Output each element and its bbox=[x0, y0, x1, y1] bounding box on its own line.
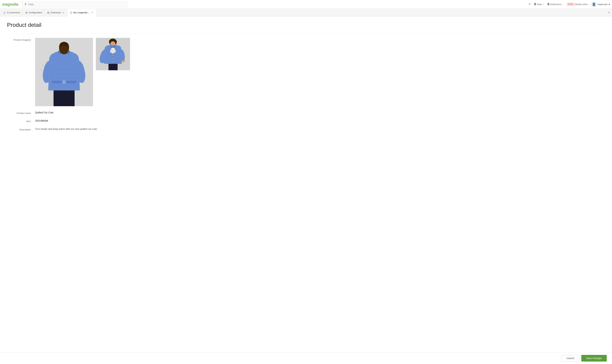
description-value: Turn heads and keep warm with our new qu… bbox=[35, 128, 165, 130]
svg-rect-18 bbox=[62, 80, 66, 84]
env-section: PROD Mobify Author bbox=[567, 3, 588, 6]
svg-point-41 bbox=[111, 41, 115, 46]
sku-label: SKU bbox=[7, 119, 35, 123]
search-input[interactable] bbox=[28, 3, 125, 6]
user-name: superuser bbox=[598, 3, 608, 6]
grid-icon[interactable]: ⠿ bbox=[529, 3, 531, 6]
user-icon: 👤 bbox=[591, 2, 596, 7]
images-label: Product image(s) bbox=[7, 38, 35, 41]
tabs-close-all-icon[interactable]: ✕ bbox=[608, 11, 611, 14]
tab-configuration[interactable]: ⚙ Configuration bbox=[23, 9, 45, 16]
topbar: magnolia 🎙 ⠿ 0 Tasks ▾ 0 Notifications ▾… bbox=[0, 0, 612, 9]
product-images-row: Product image(s) bbox=[7, 38, 165, 106]
form-section: Product image(s) bbox=[7, 38, 165, 131]
product-name-value: Quilted Car Coat bbox=[35, 111, 165, 114]
sku-value: 25518983M bbox=[35, 119, 165, 122]
tab-configuration-label: Configuration bbox=[28, 11, 42, 14]
notifications-label: Notifications bbox=[550, 3, 561, 6]
notifications-button[interactable]: 0 Notifications ▾ bbox=[548, 2, 563, 6]
page-title: Product detail bbox=[7, 22, 605, 28]
images-value bbox=[35, 38, 165, 106]
product-name-row: Product name Quilted Car Coat bbox=[7, 111, 165, 115]
microphone-icon: 🎙 bbox=[24, 3, 27, 6]
tab-outerwear[interactable]: ⊞ Outerwear ✕ bbox=[45, 9, 68, 16]
description-row: Description Turn heads and keep warm wit… bbox=[7, 128, 165, 131]
tab-sfcc-magnolia[interactable]: ◻ sfcc-magnolia-... ✕ bbox=[68, 9, 96, 16]
logo: magnolia bbox=[2, 2, 18, 7]
tasks-label: Tasks bbox=[537, 3, 542, 6]
tab-ecommerce-label: E-commerce bbox=[7, 11, 20, 14]
logo-text: magnolia bbox=[2, 2, 18, 7]
tabs-bar: 🛒 E-commerce ⚙ Configuration ⊞ Outerwear… bbox=[0, 9, 612, 16]
tab-outerwear-label: Outerwear bbox=[50, 11, 61, 14]
tasks-button[interactable]: 0 Tasks ▾ bbox=[534, 2, 544, 6]
topbar-right: ⠿ 0 Tasks ▾ 0 Notifications ▾ PROD Mobif… bbox=[529, 2, 610, 7]
user-chevron-icon: ▾ bbox=[609, 3, 610, 6]
svg-rect-1 bbox=[54, 89, 75, 106]
product-image-main[interactable] bbox=[35, 38, 93, 106]
svg-point-39 bbox=[122, 60, 125, 62]
tasks-chevron-icon: ▾ bbox=[543, 3, 544, 5]
tasks-count: 0 bbox=[534, 2, 536, 6]
tab-sfcc-label: sfcc-magnolia-... bbox=[73, 11, 90, 14]
sku-row: SKU 25518983M bbox=[7, 119, 165, 123]
notifications-chevron-icon: ▾ bbox=[562, 3, 563, 5]
author-label: Mobify Author bbox=[575, 3, 588, 6]
product-image-thumb[interactable] bbox=[96, 38, 130, 70]
ecommerce-icon: 🛒 bbox=[3, 11, 6, 14]
thumb-coat-svg bbox=[96, 38, 130, 70]
page-divider bbox=[7, 33, 605, 34]
configuration-icon: ⚙ bbox=[25, 11, 28, 14]
main-coat-svg bbox=[35, 38, 93, 106]
images-container bbox=[35, 38, 165, 106]
tab-ecommerce[interactable]: 🛒 E-commerce bbox=[1, 9, 23, 16]
outerwear-icon: ⊞ bbox=[47, 11, 49, 14]
description-label: Description bbox=[7, 128, 35, 131]
user-menu-button[interactable]: 👤 superuser ▾ bbox=[591, 2, 610, 7]
notifications-count: 0 bbox=[548, 2, 549, 6]
svg-point-29 bbox=[112, 61, 113, 62]
search-bar[interactable]: 🎙 bbox=[22, 1, 127, 7]
sfcc-icon: ◻ bbox=[70, 11, 72, 14]
prod-badge: PROD bbox=[567, 3, 574, 6]
sfcc-close-icon[interactable]: ✕ bbox=[91, 11, 94, 14]
outerwear-close-icon[interactable]: ✕ bbox=[62, 11, 65, 14]
page-content: Product detail Product image(s) bbox=[0, 16, 612, 153]
product-name-label: Product name bbox=[7, 111, 35, 115]
